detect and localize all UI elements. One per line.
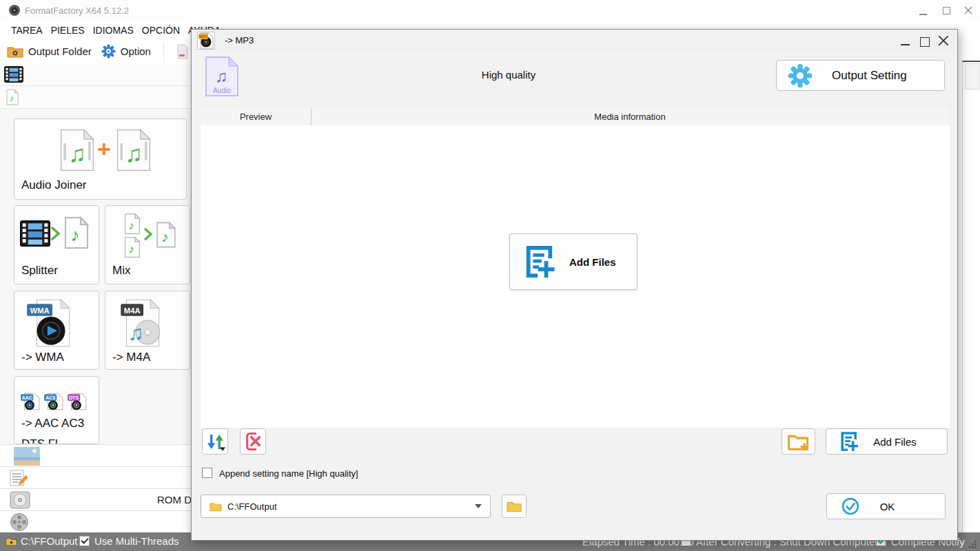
dialog-maximize-icon[interactable] [920, 37, 930, 47]
mp3-file-icon: MP3 [198, 32, 214, 50]
add-folder-button[interactable] [782, 428, 815, 455]
dialog-tabbar: Preview Media information [201, 107, 948, 126]
scrollbar-thumb[interactable] [965, 63, 979, 90]
tab-media-information[interactable]: Media information [312, 107, 948, 125]
gear-icon [788, 63, 813, 88]
append-setting-checkbox[interactable] [202, 468, 212, 478]
menu-idiomas[interactable]: IDIOMAS [93, 25, 134, 36]
output-setting-label: Output Setting [832, 69, 907, 83]
sidebar-row-document[interactable] [0, 466, 191, 489]
output-setting-button[interactable]: Output Setting [776, 60, 945, 91]
sidebar-tab-audio[interactable]: ♪ [0, 86, 191, 109]
remove-file-button[interactable] [240, 428, 266, 455]
folder-icon [210, 501, 222, 512]
filmstrip-icon [4, 66, 23, 83]
audio-type-icon[interactable]: ♫ Audio [204, 56, 240, 97]
remove-file-icon [243, 431, 263, 452]
audio-note-file-icon: ♫ [115, 127, 152, 173]
svg-text:♫: ♫ [68, 141, 86, 167]
mp3-tag: MP3 [199, 34, 207, 39]
multithreads-checkbox[interactable] [79, 536, 90, 546]
dialog-title: -> MP3 [225, 35, 254, 45]
card-audio-joiner[interactable]: ♫ + ♫ Audio Joiner [14, 118, 187, 200]
card-label: -> M4A [112, 351, 150, 364]
arrow-right-icon [144, 228, 153, 240]
multithreads-label: Use Multi-Threads [94, 535, 179, 547]
audio-file-icon: ♪ [63, 216, 90, 250]
ok-button[interactable]: OK [826, 493, 946, 519]
close-icon[interactable] [964, 6, 972, 14]
wma-tag: WMA [30, 306, 50, 315]
ac3-tag: AC3 [45, 395, 55, 400]
card-label-line2: DTS Fl [21, 437, 58, 444]
maximize-icon[interactable] [943, 7, 950, 14]
ok-label: OK [860, 501, 915, 512]
card-to-m4a[interactable]: M4A ♫ -> M4A [105, 291, 190, 370]
add-files-icon [839, 431, 859, 452]
app-icon [8, 4, 21, 17]
add-files-center-button[interactable]: Add Files [509, 233, 637, 290]
sidebar-row-picture[interactable] [0, 444, 191, 467]
rom-row-label: ROM D [157, 494, 192, 506]
ok-check-icon [841, 497, 860, 516]
rom-disc-icon [10, 491, 30, 509]
sort-button[interactable] [202, 428, 228, 455]
card-to-wma[interactable]: WMA -> WMA [14, 291, 99, 370]
arrow-right-icon [51, 227, 61, 240]
svg-text:♫: ♫ [125, 141, 143, 167]
output-path-value: C:\FFOutput [227, 501, 277, 512]
chevron-down-icon [475, 504, 482, 508]
append-setting-label: Append setting name [High quality] [219, 468, 358, 479]
browse-folder-button[interactable] [502, 495, 527, 518]
tab-preview[interactable]: Preview [201, 107, 312, 125]
aac-file-icon: AAC [20, 392, 41, 411]
menu-tarea[interactable]: TAREA [11, 25, 43, 36]
svg-text:♪: ♪ [10, 93, 14, 103]
tab-media-label: Media information [594, 112, 665, 122]
main-titlebar: FormatFactory X64 5.12.2 [0, 0, 980, 21]
card-splitter[interactable]: ♪ Splitter [14, 205, 99, 284]
file-list-area[interactable]: Add Files [201, 125, 950, 428]
svg-text:♪: ♪ [161, 229, 168, 245]
dts-tag: DTS [69, 395, 79, 400]
menu-pieles[interactable]: PIELES [51, 25, 85, 36]
sort-icon [205, 432, 225, 452]
add-files-button[interactable]: Add Files [826, 428, 948, 455]
option-button[interactable]: Option [101, 44, 151, 59]
m4a-file-icon: M4A ♫ [116, 295, 166, 351]
option-gear-icon [101, 44, 116, 59]
output-folder-button[interactable]: Output Folder [7, 45, 92, 58]
svg-text:♪: ♪ [71, 225, 80, 245]
plus-icon: + [97, 136, 111, 163]
mp3-dialog: MP3 -> MP3 ♫ Audio High quality Output S… [191, 29, 958, 541]
resize-grip-icon[interactable] [968, 539, 977, 549]
output-path-combobox[interactable]: C:\FFOutput [201, 495, 491, 518]
card-to-aac-ac3-dts[interactable]: AAC AC3 DTS -> AAC AC3 DTS Fl [14, 376, 99, 444]
wma-file-icon: WMA [25, 295, 75, 351]
dts-file-icon: DTS [67, 392, 88, 411]
sidebar-row-rom[interactable]: ROM D [0, 488, 191, 511]
audio-icon-label: Audio [213, 87, 231, 94]
add-files-icon [524, 244, 555, 280]
sidebar-row-reel[interactable] [0, 510, 191, 533]
minimize-icon[interactable] [919, 13, 927, 15]
folder-icon [507, 500, 522, 512]
output-folder-label: Output Folder [28, 45, 92, 57]
menu-opcion[interactable]: OPCIÓN [142, 25, 180, 36]
picture-icon [14, 447, 40, 466]
card-label: Mix [112, 264, 130, 278]
window-title: FormatFactory X64 5.12.2 [25, 6, 129, 16]
dialog-titlebar: MP3 -> MP3 [192, 30, 957, 50]
folder-gear-icon [7, 45, 23, 58]
audio-note-file-icon: ♫ [59, 127, 96, 173]
ac3-file-icon: AC3 [43, 392, 64, 411]
tab-preview-label: Preview [240, 112, 272, 122]
document-icon [176, 44, 189, 59]
card-label: Audio Joiner [21, 178, 87, 192]
dialog-close-icon[interactable] [938, 35, 949, 46]
dialog-minimize-icon[interactable] [901, 43, 910, 45]
check-icon [81, 536, 88, 543]
card-mix[interactable]: ♪ ♪ ♪ Mix [105, 205, 190, 284]
audio-file-icon: ♪ [123, 213, 141, 235]
sidebar-tab-video[interactable] [0, 63, 191, 86]
